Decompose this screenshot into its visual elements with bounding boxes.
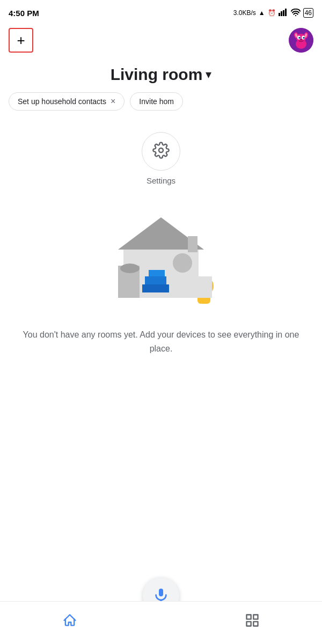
svg-point-23 (173, 253, 192, 273)
home-icon (62, 613, 77, 630)
invite-chip[interactable]: Invite hom (130, 92, 183, 111)
svg-rect-2 (283, 10, 284, 16)
bottom-nav (0, 601, 322, 644)
header: + (0, 24, 322, 57)
empty-message: You don't have any rooms yet. Add your d… (23, 330, 299, 353)
svg-rect-0 (279, 13, 280, 16)
svg-rect-27 (149, 270, 165, 276)
svg-rect-36 (247, 614, 251, 619)
nav-home[interactable] (0, 613, 140, 630)
bluetooth-icon: ▲ (259, 9, 265, 17)
svg-point-19 (159, 148, 163, 152)
settings-button[interactable] (142, 132, 180, 171)
svg-point-17 (304, 37, 304, 38)
svg-rect-39 (253, 621, 258, 626)
svg-rect-22 (188, 236, 197, 252)
battery-container: 46 (303, 8, 313, 18)
bottom-spacer (0, 377, 322, 463)
svg-rect-3 (285, 9, 287, 16)
plus-icon: + (17, 33, 25, 47)
chip-label: Set up household contacts (18, 97, 106, 106)
svg-point-15 (303, 37, 305, 39)
room-title: Living room (111, 65, 203, 84)
status-icons: 3.0KB/s ▲ ⏰ 46 (233, 8, 313, 18)
chevron-down-icon[interactable]: ▾ (206, 68, 211, 82)
settings-area: Settings (0, 119, 322, 196)
svg-rect-1 (281, 11, 282, 16)
gear-icon (152, 142, 170, 161)
network-speed: 3.0KB/s (233, 9, 256, 17)
status-bar: 4:50 PM 3.0KB/s ▲ ⏰ 46 (0, 0, 322, 24)
settings-label: Settings (147, 176, 175, 185)
household-contacts-chip[interactable]: Set up household contacts × (9, 92, 125, 111)
add-button[interactable]: + (9, 28, 33, 53)
svg-rect-38 (247, 621, 251, 626)
svg-rect-32 (191, 276, 212, 298)
svg-rect-26 (145, 276, 166, 284)
svg-rect-33 (159, 589, 163, 597)
svg-point-16 (299, 37, 300, 38)
chips-row: Set up household contacts × Invite hom (0, 90, 322, 119)
nav-menu[interactable] (182, 613, 322, 630)
avatar[interactable] (289, 28, 313, 53)
room-title-area: Living room ▾ (0, 57, 322, 90)
svg-point-14 (298, 37, 301, 39)
wifi-icon (291, 9, 301, 18)
svg-point-18 (300, 39, 302, 40)
signal-icon (279, 9, 288, 18)
svg-rect-37 (253, 614, 258, 619)
menu-icon (245, 613, 260, 630)
svg-point-4 (295, 14, 296, 16)
empty-state-text: You don't have any rooms yet. Add your d… (0, 319, 322, 377)
svg-point-29 (120, 264, 140, 273)
battery-level: 46 (305, 9, 312, 17)
status-time: 4:50 PM (9, 9, 39, 18)
close-icon[interactable]: × (111, 97, 115, 106)
svg-rect-25 (142, 284, 169, 292)
invite-chip-label: Invite hom (139, 97, 174, 106)
empty-illustration (0, 196, 322, 319)
alarm-icon: ⏰ (268, 9, 276, 17)
